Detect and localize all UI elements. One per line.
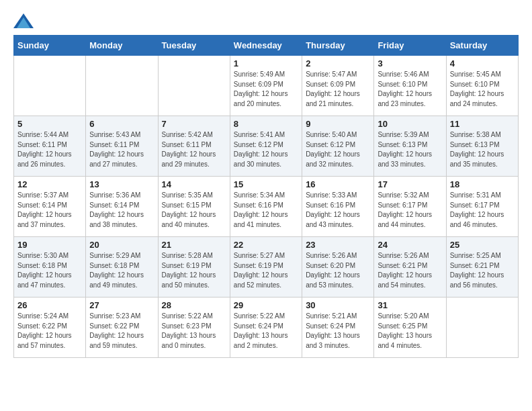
day-number: 4 (450, 58, 515, 68)
day-info: Sunrise: 5:36 AM Sunset: 6:14 PM Dayligh… (89, 191, 154, 230)
day-number: 10 (378, 119, 442, 129)
day-info: Sunrise: 5:37 AM Sunset: 6:14 PM Dayligh… (17, 191, 82, 230)
day-number: 15 (234, 179, 298, 189)
day-number: 11 (450, 119, 515, 129)
calendar-week-row: 12Sunrise: 5:37 AM Sunset: 6:14 PM Dayli… (14, 177, 519, 237)
calendar-cell: 28Sunrise: 5:22 AM Sunset: 6:23 PM Dayli… (158, 298, 230, 358)
day-info: Sunrise: 5:22 AM Sunset: 6:23 PM Dayligh… (162, 312, 226, 351)
day-info: Sunrise: 5:22 AM Sunset: 6:24 PM Dayligh… (234, 312, 298, 351)
day-number: 25 (450, 240, 515, 250)
day-number: 21 (162, 240, 226, 250)
day-number: 9 (306, 119, 370, 129)
day-info: Sunrise: 5:46 AM Sunset: 6:10 PM Dayligh… (378, 70, 442, 109)
day-info: Sunrise: 5:20 AM Sunset: 6:25 PM Dayligh… (378, 312, 442, 351)
logo-icon (13, 13, 34, 28)
calendar-cell: 30Sunrise: 5:21 AM Sunset: 6:24 PM Dayli… (302, 298, 374, 358)
day-info: Sunrise: 5:27 AM Sunset: 6:19 PM Dayligh… (234, 251, 298, 290)
day-number: 19 (17, 240, 82, 250)
day-info: Sunrise: 5:32 AM Sunset: 6:17 PM Dayligh… (378, 191, 442, 230)
header-tuesday: Tuesday (158, 36, 230, 56)
calendar-week-row: 5Sunrise: 5:44 AM Sunset: 6:11 PM Daylig… (14, 116, 519, 177)
day-info: Sunrise: 5:25 AM Sunset: 6:21 PM Dayligh… (450, 251, 515, 290)
day-info: Sunrise: 5:26 AM Sunset: 6:21 PM Dayligh… (378, 251, 442, 290)
logo (13, 13, 36, 28)
calendar-cell: 22Sunrise: 5:27 AM Sunset: 6:19 PM Dayli… (230, 237, 302, 298)
day-number: 7 (162, 119, 226, 129)
calendar-cell: 15Sunrise: 5:34 AM Sunset: 6:16 PM Dayli… (230, 177, 302, 237)
day-info: Sunrise: 5:40 AM Sunset: 6:12 PM Dayligh… (306, 130, 370, 169)
calendar-cell: 25Sunrise: 5:25 AM Sunset: 6:21 PM Dayli… (446, 237, 518, 298)
day-number: 2 (306, 58, 370, 68)
day-info: Sunrise: 5:38 AM Sunset: 6:13 PM Dayligh… (450, 130, 515, 169)
day-info: Sunrise: 5:44 AM Sunset: 6:11 PM Dayligh… (17, 130, 82, 169)
day-info: Sunrise: 5:49 AM Sunset: 6:09 PM Dayligh… (234, 70, 298, 109)
calendar-cell: 27Sunrise: 5:23 AM Sunset: 6:22 PM Dayli… (86, 298, 158, 358)
calendar-week-row: 26Sunrise: 5:24 AM Sunset: 6:22 PM Dayli… (14, 298, 519, 358)
day-info: Sunrise: 5:33 AM Sunset: 6:16 PM Dayligh… (306, 191, 370, 230)
calendar-cell: 4Sunrise: 5:45 AM Sunset: 6:10 PM Daylig… (446, 56, 518, 116)
calendar-cell: 24Sunrise: 5:26 AM Sunset: 6:21 PM Dayli… (374, 237, 446, 298)
day-info: Sunrise: 5:43 AM Sunset: 6:11 PM Dayligh… (89, 130, 154, 169)
calendar-cell: 5Sunrise: 5:44 AM Sunset: 6:11 PM Daylig… (14, 116, 86, 177)
calendar-cell: 17Sunrise: 5:32 AM Sunset: 6:17 PM Dayli… (374, 177, 446, 237)
header-thursday: Thursday (302, 36, 374, 56)
day-number: 28 (162, 300, 226, 310)
day-number: 22 (234, 240, 298, 250)
day-number: 20 (89, 240, 154, 250)
calendar-cell (158, 56, 230, 116)
calendar-cell: 13Sunrise: 5:36 AM Sunset: 6:14 PM Dayli… (86, 177, 158, 237)
calendar-cell: 23Sunrise: 5:26 AM Sunset: 6:20 PM Dayli… (302, 237, 374, 298)
day-info: Sunrise: 5:39 AM Sunset: 6:13 PM Dayligh… (378, 130, 442, 169)
day-number: 14 (162, 179, 226, 189)
header-monday: Monday (86, 36, 158, 56)
day-number: 5 (17, 119, 82, 129)
day-number: 27 (89, 300, 154, 310)
calendar-header-row: SundayMondayTuesdayWednesdayThursdayFrid… (14, 36, 519, 56)
calendar-cell: 1Sunrise: 5:49 AM Sunset: 6:09 PM Daylig… (230, 56, 302, 116)
day-info: Sunrise: 5:47 AM Sunset: 6:09 PM Dayligh… (306, 70, 370, 109)
day-number: 29 (234, 300, 298, 310)
calendar-cell: 9Sunrise: 5:40 AM Sunset: 6:12 PM Daylig… (302, 116, 374, 177)
calendar-week-row: 1Sunrise: 5:49 AM Sunset: 6:09 PM Daylig… (14, 56, 519, 116)
calendar-cell: 26Sunrise: 5:24 AM Sunset: 6:22 PM Dayli… (14, 298, 86, 358)
day-info: Sunrise: 5:29 AM Sunset: 6:18 PM Dayligh… (89, 251, 154, 290)
header-friday: Friday (374, 36, 446, 56)
day-number: 12 (17, 179, 82, 189)
calendar-cell: 19Sunrise: 5:30 AM Sunset: 6:18 PM Dayli… (14, 237, 86, 298)
day-info: Sunrise: 5:28 AM Sunset: 6:19 PM Dayligh… (162, 251, 226, 290)
calendar-cell: 12Sunrise: 5:37 AM Sunset: 6:14 PM Dayli… (14, 177, 86, 237)
calendar-week-row: 19Sunrise: 5:30 AM Sunset: 6:18 PM Dayli… (14, 237, 519, 298)
calendar-cell: 20Sunrise: 5:29 AM Sunset: 6:18 PM Dayli… (86, 237, 158, 298)
day-info: Sunrise: 5:21 AM Sunset: 6:24 PM Dayligh… (306, 312, 370, 351)
day-info: Sunrise: 5:31 AM Sunset: 6:17 PM Dayligh… (450, 191, 515, 230)
calendar-cell: 18Sunrise: 5:31 AM Sunset: 6:17 PM Dayli… (446, 177, 518, 237)
calendar-cell: 10Sunrise: 5:39 AM Sunset: 6:13 PM Dayli… (374, 116, 446, 177)
calendar-body: 1Sunrise: 5:49 AM Sunset: 6:09 PM Daylig… (14, 56, 519, 358)
day-info: Sunrise: 5:23 AM Sunset: 6:22 PM Dayligh… (89, 312, 154, 351)
day-info: Sunrise: 5:42 AM Sunset: 6:11 PM Dayligh… (162, 130, 226, 169)
calendar-cell (86, 56, 158, 116)
calendar-cell: 3Sunrise: 5:46 AM Sunset: 6:10 PM Daylig… (374, 56, 446, 116)
calendar-cell: 6Sunrise: 5:43 AM Sunset: 6:11 PM Daylig… (86, 116, 158, 177)
calendar-cell: 21Sunrise: 5:28 AM Sunset: 6:19 PM Dayli… (158, 237, 230, 298)
calendar-cell: 2Sunrise: 5:47 AM Sunset: 6:09 PM Daylig… (302, 56, 374, 116)
day-number: 16 (306, 179, 370, 189)
calendar-cell: 16Sunrise: 5:33 AM Sunset: 6:16 PM Dayli… (302, 177, 374, 237)
calendar-cell: 31Sunrise: 5:20 AM Sunset: 6:25 PM Dayli… (374, 298, 446, 358)
calendar-cell: 29Sunrise: 5:22 AM Sunset: 6:24 PM Dayli… (230, 298, 302, 358)
day-info: Sunrise: 5:45 AM Sunset: 6:10 PM Dayligh… (450, 70, 515, 109)
day-number: 31 (378, 300, 442, 310)
day-info: Sunrise: 5:30 AM Sunset: 6:18 PM Dayligh… (17, 251, 82, 290)
header-sunday: Sunday (14, 36, 86, 56)
day-number: 18 (450, 179, 515, 189)
day-number: 13 (89, 179, 154, 189)
day-number: 6 (89, 119, 154, 129)
calendar-cell: 14Sunrise: 5:35 AM Sunset: 6:15 PM Dayli… (158, 177, 230, 237)
header-wednesday: Wednesday (230, 36, 302, 56)
day-info: Sunrise: 5:34 AM Sunset: 6:16 PM Dayligh… (234, 191, 298, 230)
day-info: Sunrise: 5:24 AM Sunset: 6:22 PM Dayligh… (17, 312, 82, 351)
day-info: Sunrise: 5:41 AM Sunset: 6:12 PM Dayligh… (234, 130, 298, 169)
day-info: Sunrise: 5:35 AM Sunset: 6:15 PM Dayligh… (162, 191, 226, 230)
day-number: 26 (17, 300, 82, 310)
day-info: Sunrise: 5:26 AM Sunset: 6:20 PM Dayligh… (306, 251, 370, 290)
